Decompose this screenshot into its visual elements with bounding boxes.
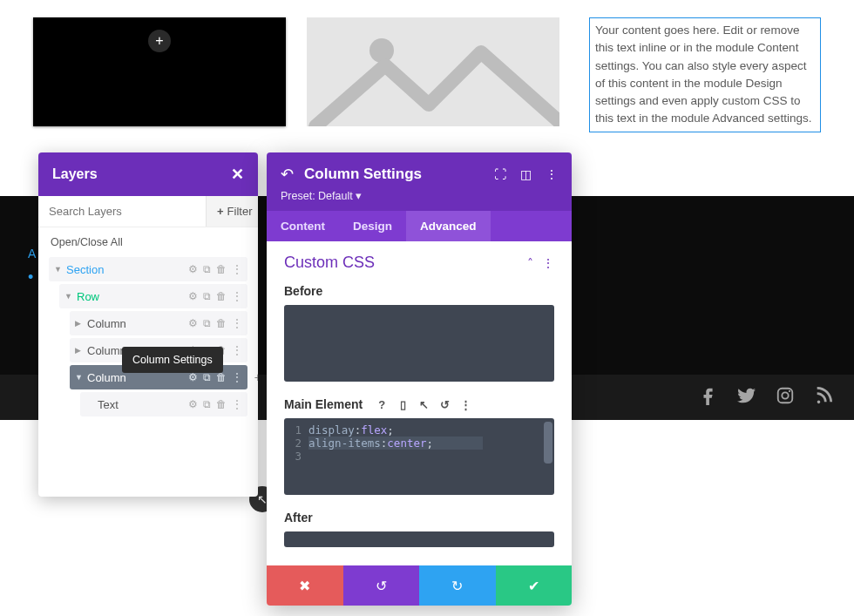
trash-icon[interactable]: 🗑 — [216, 398, 227, 410]
trash-icon[interactable]: 🗑 — [216, 263, 227, 275]
duplicate-icon[interactable]: ⧉ — [203, 290, 211, 302]
settings-header: ↶ Column Settings ⛶ ◫ ⋮ Preset: Default … — [267, 152, 572, 211]
duplicate-icon[interactable]: ⧉ — [203, 371, 211, 383]
action-bar: ✖ ↺ ↻ ✔ — [267, 565, 572, 606]
save-button[interactable]: ✔ — [496, 565, 573, 606]
more-icon[interactable]: ⋮ — [232, 317, 242, 329]
caret-down-icon[interactable]: ▼ — [64, 292, 73, 301]
more-icon[interactable]: ⋮ — [232, 263, 242, 275]
cancel-button[interactable]: ✖ — [267, 565, 343, 606]
tab-design[interactable]: Design — [339, 211, 406, 241]
help-icon[interactable]: ? — [375, 397, 389, 411]
gear-icon[interactable]: ⚙ — [188, 290, 198, 302]
preset-selector[interactable]: Preset: Default ▾ — [281, 189, 558, 202]
black-preview-column[interactable]: + — [33, 17, 286, 126]
tree-row[interactable]: ▼ Row ⚙⧉🗑⋮ — [59, 284, 247, 308]
trash-icon[interactable]: 🗑 — [216, 317, 227, 329]
svg-point-4 — [789, 390, 790, 392]
layers-header: Layers ✕ — [38, 152, 258, 196]
cropped-sidebar-text: A — [28, 247, 36, 261]
more-icon[interactable]: ⋮ — [542, 256, 554, 270]
layer-tree: ▼ Section ⚙⧉🗑⋮ ▼ Row ⚙⧉🗑⋮ ▶ Column ⚙⧉🗑⋮ … — [38, 257, 258, 430]
gear-icon[interactable]: ⚙ — [188, 317, 198, 329]
more-icon[interactable]: ⋮ — [232, 344, 242, 356]
cursor-icon[interactable]: ↖ — [417, 397, 430, 411]
add-sibling-button[interactable]: + — [254, 370, 258, 384]
css-before-input[interactable] — [284, 305, 554, 382]
css-after-input[interactable] — [284, 531, 554, 547]
back-icon[interactable]: ↶ — [281, 165, 294, 184]
svg-point-3 — [782, 392, 788, 398]
text-module-preview[interactable]: Your content goes here. Edit or remove t… — [589, 17, 821, 132]
scrollbar-thumb[interactable] — [544, 422, 552, 464]
label-main-element: Main Element ? ▯ ↖ ↺ ⋮ — [284, 397, 554, 411]
settings-body: Custom CSS ˄ ⋮ Before Main Element ? ▯ ↖… — [267, 241, 572, 559]
duplicate-icon[interactable]: ⧉ — [203, 317, 211, 329]
more-icon[interactable]: ⋮ — [458, 397, 472, 411]
trash-icon[interactable]: 🗑 — [216, 371, 227, 383]
expand-icon[interactable]: ⛶ — [494, 167, 506, 181]
caret-down-icon: ▾ — [356, 190, 362, 202]
caret-down-icon[interactable]: ▼ — [75, 373, 84, 382]
layers-search-row: +Filter — [38, 196, 258, 227]
tree-column[interactable]: ▶ Column ⚙⧉🗑⋮ — [70, 311, 247, 335]
more-icon[interactable]: ⋮ — [232, 290, 242, 302]
duplicate-icon[interactable]: ⧉ — [203, 398, 211, 410]
more-icon[interactable]: ⋮ — [232, 398, 242, 410]
caret-right-icon[interactable]: ▶ — [75, 346, 84, 355]
search-input[interactable] — [38, 196, 206, 227]
caret-right-icon[interactable]: ▶ — [75, 319, 84, 328]
snap-icon[interactable]: ◫ — [520, 167, 532, 181]
instagram-icon[interactable] — [776, 386, 795, 409]
gear-icon[interactable]: ⚙ — [188, 263, 198, 275]
settings-title: Column Settings — [304, 166, 484, 183]
section-custom-css-title: Custom CSS — [284, 254, 375, 272]
tooltip-column-settings: Column Settings — [122, 347, 223, 373]
reset-icon[interactable]: ↺ — [437, 397, 451, 411]
css-main-input[interactable]: 1display:flex; 2align-items:center; 3 — [284, 418, 554, 495]
image-placeholder-column[interactable] — [307, 17, 559, 126]
redo-button[interactable]: ↻ — [419, 565, 496, 606]
layers-title: Layers — [52, 166, 98, 182]
preview-row: + Your content goes here. Edit or remove… — [0, 0, 854, 132]
settings-tabs: Content Design Advanced — [267, 211, 572, 241]
label-after: After — [284, 511, 554, 525]
rss-icon[interactable] — [814, 386, 833, 409]
caret-down-icon[interactable]: ▼ — [54, 265, 63, 274]
gear-icon[interactable]: ⚙ — [188, 371, 198, 383]
svg-point-1 — [369, 38, 394, 63]
add-module-button[interactable]: + — [148, 30, 171, 52]
duplicate-icon[interactable]: ⧉ — [203, 263, 211, 275]
layers-panel: Layers ✕ +Filter Open/Close All ▼ Sectio… — [38, 152, 258, 497]
tree-text-module[interactable]: Text ⚙⧉🗑⋮ — [80, 392, 247, 416]
tree-section[interactable]: ▼ Section ⚙⧉🗑⋮ — [49, 257, 247, 281]
tab-content[interactable]: Content — [267, 211, 339, 241]
facebook-icon[interactable] — [699, 386, 718, 409]
trash-icon[interactable]: 🗑 — [216, 290, 227, 302]
more-icon[interactable]: ⋮ — [232, 371, 242, 383]
column-settings-panel: ↶ Column Settings ⛶ ◫ ⋮ Preset: Default … — [267, 152, 572, 606]
open-close-all[interactable]: Open/Close All — [38, 227, 258, 257]
more-icon[interactable]: ⋮ — [546, 167, 558, 181]
collapse-icon[interactable]: ˄ — [527, 256, 533, 270]
twitter-icon[interactable] — [737, 386, 756, 409]
label-before: Before — [284, 284, 554, 298]
undo-button[interactable]: ↺ — [343, 565, 420, 606]
filter-button[interactable]: +Filter — [206, 196, 258, 227]
tab-advanced[interactable]: Advanced — [406, 211, 491, 241]
cropped-sidebar-bullet: • — [28, 268, 33, 287]
close-icon[interactable]: ✕ — [231, 165, 244, 184]
gear-icon[interactable]: ⚙ — [188, 398, 198, 410]
phone-icon[interactable]: ▯ — [396, 397, 410, 411]
